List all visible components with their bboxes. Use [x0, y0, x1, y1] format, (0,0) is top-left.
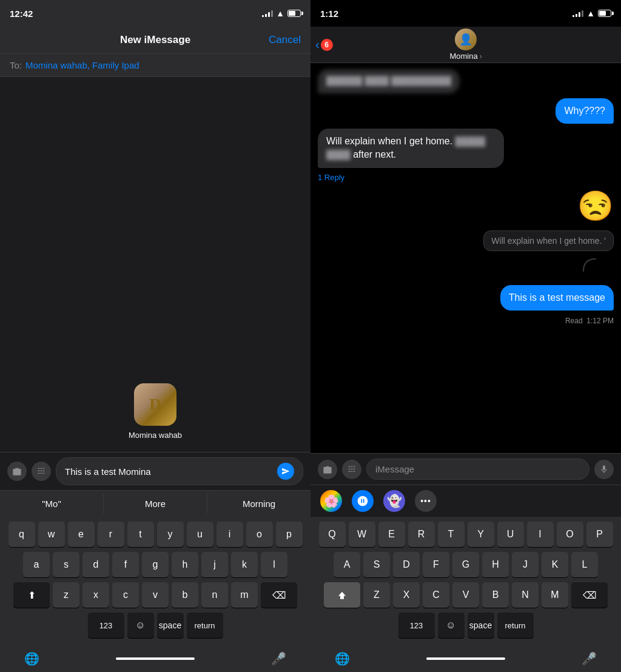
key-q[interactable]: q	[8, 522, 35, 547]
key-m[interactable]: m	[231, 582, 258, 608]
key-c[interactable]: c	[112, 582, 139, 608]
key-delete[interactable]: ⌫	[261, 582, 297, 608]
key-r[interactable]: r	[98, 522, 124, 547]
rkey-return[interactable]: return	[497, 613, 534, 638]
globe-icon-left[interactable]: 🌐	[24, 651, 39, 666]
wifi-icon: ▲	[276, 8, 284, 18]
rkey-X[interactable]: X	[393, 582, 420, 608]
key-e[interactable]: e	[68, 522, 95, 547]
mic-icon-left[interactable]: 🎤	[271, 651, 286, 666]
key-l[interactable]: l	[261, 552, 287, 577]
blurred-message: ██████ ████ ██████████	[318, 69, 460, 93]
key-w[interactable]: w	[38, 522, 65, 547]
key-shift[interactable]: ⬆	[13, 582, 50, 608]
reply-count[interactable]: 1 Reply	[318, 173, 566, 182]
apps-button-left[interactable]	[32, 462, 51, 481]
rkey-B[interactable]: B	[482, 582, 509, 608]
rkey-N[interactable]: N	[512, 582, 539, 608]
rkey-G[interactable]: G	[452, 552, 479, 577]
key-y[interactable]: y	[157, 522, 184, 547]
key-b[interactable]: b	[172, 582, 198, 608]
battery-icon-right	[598, 10, 611, 17]
rkey-shift[interactable]	[324, 582, 360, 608]
rkey-A[interactable]: A	[334, 552, 360, 577]
key-n[interactable]: n	[201, 582, 228, 608]
rkey-D[interactable]: D	[393, 552, 420, 577]
autocomplete-more[interactable]: More	[104, 494, 207, 514]
to-field[interactable]: To: Momina wahab, Family Ipad	[0, 54, 310, 77]
key-j[interactable]: j	[201, 552, 228, 577]
more-apps-button[interactable]: •••	[415, 490, 437, 512]
rkey-M[interactable]: M	[542, 582, 568, 608]
right-nav-bar: ‹ 6 👤 Momina ›	[310, 27, 621, 63]
key-s[interactable]: s	[53, 552, 79, 577]
rkey-W[interactable]: W	[349, 522, 375, 547]
key-o[interactable]: o	[246, 522, 273, 547]
camera-button-left[interactable]	[7, 462, 27, 481]
to-label: To:	[10, 60, 22, 70]
wifi-icon-right: ▲	[586, 8, 595, 18]
rkey-space[interactable]: space	[468, 613, 494, 638]
key-d[interactable]: d	[82, 552, 109, 577]
rkey-C[interactable]: C	[423, 582, 449, 608]
rkey-P[interactable]: P	[586, 522, 613, 547]
key-k[interactable]: k	[231, 552, 258, 577]
back-button[interactable]: ‹ 6	[315, 38, 333, 52]
key-z[interactable]: z	[53, 582, 79, 608]
chevron-right-icon: ›	[480, 52, 482, 61]
contact-suggestion[interactable]: D Momina wahab	[129, 383, 182, 440]
key-a[interactable]: a	[23, 552, 50, 577]
appstore-icon[interactable]	[352, 490, 374, 512]
rkey-E[interactable]: E	[378, 522, 405, 547]
rkey-I[interactable]: I	[527, 522, 554, 547]
key-x[interactable]: x	[82, 582, 109, 608]
key-f[interactable]: f	[112, 552, 139, 577]
contact-avatar: D	[134, 383, 176, 426]
cancel-button[interactable]: Cancel	[269, 34, 301, 46]
rkey-Q[interactable]: Q	[319, 522, 346, 547]
rkey-Y[interactable]: Y	[468, 522, 494, 547]
apps-button-right[interactable]	[342, 460, 361, 479]
rkey-H[interactable]: H	[482, 552, 509, 577]
message-input-right[interactable]: iMessage	[366, 459, 589, 480]
rkey-Z[interactable]: Z	[363, 582, 390, 608]
globe-icon-right[interactable]: 🌐	[335, 651, 350, 666]
rkey-J[interactable]: J	[512, 552, 539, 577]
rkey-F[interactable]: F	[423, 552, 449, 577]
rkey-S[interactable]: S	[363, 552, 390, 577]
mic-icon-right[interactable]: 🎤	[582, 651, 597, 666]
rkey-T[interactable]: T	[438, 522, 465, 547]
rkey-delete[interactable]: ⌫	[571, 582, 608, 608]
rkey-L[interactable]: L	[571, 552, 598, 577]
rkey-R[interactable]: R	[408, 522, 435, 547]
autocomplete-mo[interactable]: "Mo"	[0, 494, 104, 514]
key-h[interactable]: h	[172, 552, 198, 577]
key-emoji[interactable]: ☺	[127, 613, 154, 638]
audio-button[interactable]	[594, 460, 614, 479]
send-button-left[interactable]	[277, 463, 294, 480]
rkey-123[interactable]: 123	[398, 613, 435, 638]
photos-app-icon[interactable]: 🌸	[320, 490, 342, 512]
message-bubble-test: This is a test message	[500, 285, 614, 311]
rkey-U[interactable]: U	[497, 522, 524, 547]
key-123[interactable]: 123	[88, 613, 124, 638]
message-bubble-explain: Will explain when I get home. █████ ████…	[318, 129, 504, 168]
rkey-emoji[interactable]: ☺	[438, 613, 465, 638]
key-v[interactable]: v	[142, 582, 169, 608]
camera-button-right[interactable]	[318, 460, 337, 479]
rkey-K[interactable]: K	[542, 552, 568, 577]
key-return[interactable]: return	[187, 613, 223, 638]
key-u[interactable]: u	[187, 522, 213, 547]
left-panel: 12:42 ▲ New iMessage Cancel To: Momina w…	[0, 0, 310, 672]
key-g[interactable]: g	[142, 552, 169, 577]
key-t[interactable]: t	[127, 522, 154, 547]
autocomplete-morning[interactable]: Morning	[207, 494, 310, 514]
message-input-left[interactable]: This is a test Momina	[56, 457, 303, 485]
ghost-app-icon[interactable]: 👻	[383, 490, 405, 512]
nav-contact-info[interactable]: 👤 Momina ›	[449, 29, 482, 61]
rkey-O[interactable]: O	[557, 522, 583, 547]
key-space[interactable]: space	[157, 613, 184, 638]
key-i[interactable]: i	[217, 522, 243, 547]
key-p[interactable]: p	[276, 522, 303, 547]
rkey-V[interactable]: V	[452, 582, 479, 608]
